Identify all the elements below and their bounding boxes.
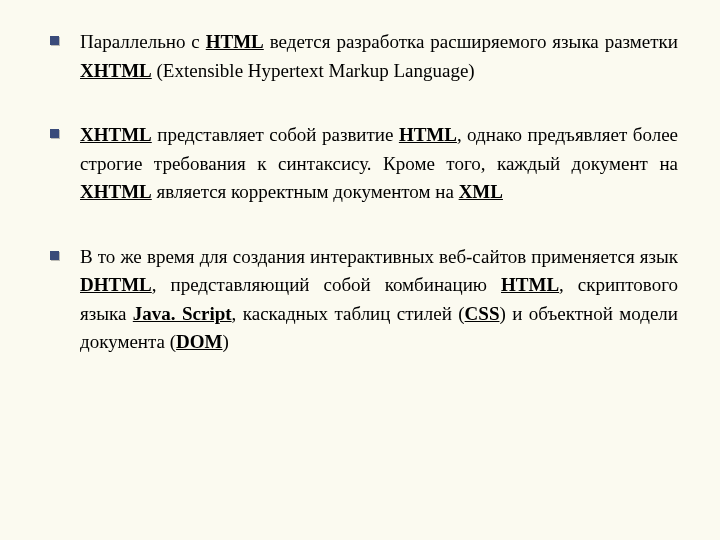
term-html: HTML: [501, 274, 559, 295]
text: , каскадных таблиц стилей (: [232, 303, 465, 324]
bullet-1: Параллельно с HTML ведется разработка ра…: [42, 28, 678, 85]
term-javascript: Java. Script: [133, 303, 232, 324]
text: ведется разработка расширяемого языка ра…: [264, 31, 678, 52]
term-xhtml: XHTML: [80, 124, 152, 145]
text: ): [223, 331, 229, 352]
term-css: CSS: [465, 303, 500, 324]
bullet-3: В то же время для создания интерактивных…: [42, 243, 678, 357]
text: , представляющий собой комбинацию: [152, 274, 501, 295]
text: В то же время для создания интерактивных…: [80, 246, 678, 267]
text: является корректным документом на: [152, 181, 459, 202]
text: представляет собой развитие: [152, 124, 399, 145]
term-xml: XML: [459, 181, 503, 202]
text: (Extensible Hypertext Markup Language): [152, 60, 475, 81]
bullet-2: XHTML представляет собой развитие HTML, …: [42, 121, 678, 207]
term-html: HTML: [206, 31, 264, 52]
bullet-list: Параллельно с HTML ведется разработка ра…: [42, 28, 678, 357]
term-html: HTML: [399, 124, 457, 145]
term-dom: DOM: [176, 331, 222, 352]
text: Параллельно с: [80, 31, 206, 52]
slide: Параллельно с HTML ведется разработка ра…: [0, 0, 720, 540]
term-dhtml: DHTML: [80, 274, 152, 295]
term-xhtml: XHTML: [80, 60, 152, 81]
term-xhtml: XHTML: [80, 181, 152, 202]
